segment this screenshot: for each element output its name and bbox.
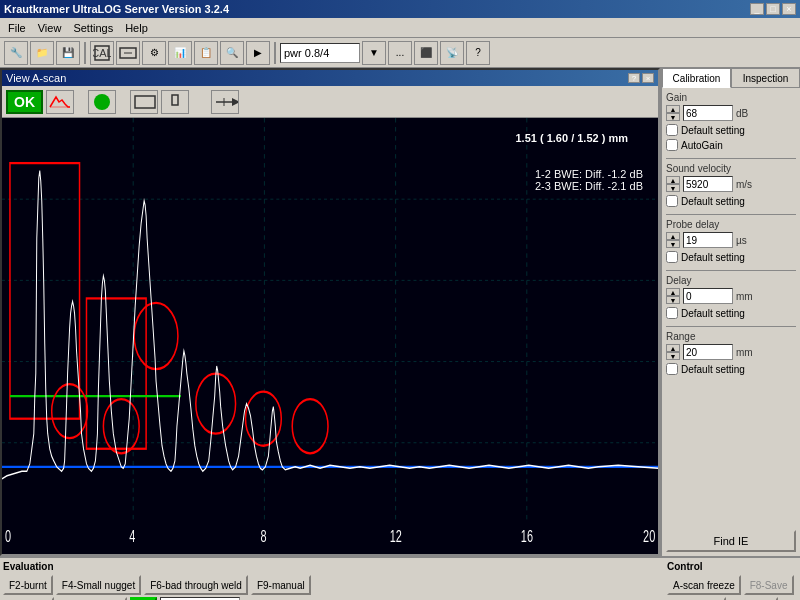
svg-rect-6	[135, 96, 155, 108]
green-circle-icon[interactable]	[88, 90, 116, 114]
toolbar-btn-12[interactable]: 📡	[440, 41, 464, 65]
pd-up-btn[interactable]: ▲	[666, 232, 680, 240]
toolbar-btn-dots[interactable]: ...	[388, 41, 412, 65]
ascan-panel: View A-scan ? × OK	[0, 68, 660, 556]
menu-view[interactable]: View	[32, 18, 68, 37]
tab-row: Calibration Inspection	[662, 68, 800, 88]
svg-text:8: 8	[260, 527, 266, 546]
f4-button[interactable]: F4-Small nugget	[56, 575, 141, 595]
arrow-icon[interactable]	[211, 90, 239, 114]
range-spinbox[interactable]: ▲ ▼	[666, 344, 680, 360]
pd-default-label: Default setting	[681, 252, 745, 263]
f9-button[interactable]: F9-manual	[251, 575, 311, 595]
ascan-help-btn[interactable]: ?	[628, 73, 640, 83]
pd-input[interactable]	[683, 232, 733, 248]
svg-marker-9	[232, 98, 238, 106]
f2-button[interactable]: F2-burnt	[3, 575, 53, 595]
menu-help[interactable]: Help	[119, 18, 154, 37]
svg-text:0: 0	[5, 527, 11, 546]
svg-text:16: 16	[521, 527, 533, 546]
app-title: Krautkramer UltraLOG Server Version 3.2.…	[4, 3, 229, 15]
menu-bar: File View Settings Help	[0, 18, 800, 38]
sep-1	[84, 42, 86, 64]
f8-save-button[interactable]: F8-Save	[744, 575, 794, 595]
sv-label: Sound velocity	[666, 163, 796, 174]
small-square-icon[interactable]	[161, 90, 189, 114]
gain-spinbox[interactable]: ▲ ▼	[666, 105, 680, 121]
svg-text:20: 20	[643, 527, 655, 546]
probe-delay-section: Probe delay ▲ ▼ µs Default setting	[662, 215, 800, 270]
delay-up-btn[interactable]: ▲	[666, 288, 680, 296]
chart-area: 1.51 ( 1.60 / 1.52 ) mm 1-2 BWE: Diff. -…	[2, 118, 658, 554]
find-ie-button[interactable]: Find IE	[666, 530, 796, 552]
toolbar-dropdown[interactable]: ▼	[362, 41, 386, 65]
eval-bar: Evaluation F2-burnt F4-Small nugget F6-b…	[0, 556, 800, 600]
toolbar-btn-10[interactable]: ▶	[246, 41, 270, 65]
ascan-title-bar: View A-scan ? ×	[2, 70, 658, 86]
sv-down-btn[interactable]: ▼	[666, 184, 680, 192]
svg-text:CAL: CAL	[93, 47, 111, 59]
control-title: Control	[667, 561, 797, 572]
tab-calibration[interactable]: Calibration	[662, 68, 731, 88]
pwr-input[interactable]	[280, 43, 360, 63]
ascan-close-btn[interactable]: ×	[642, 73, 654, 83]
status-ok-badge: OK	[6, 90, 43, 114]
menu-settings[interactable]: Settings	[67, 18, 119, 37]
toolbar-btn-5[interactable]	[116, 41, 140, 65]
toolbar-btn-4[interactable]: CAL	[90, 41, 114, 65]
toolbar-btn-3[interactable]: 💾	[56, 41, 80, 65]
sv-spinbox[interactable]: ▲ ▼	[666, 176, 680, 192]
menu-file[interactable]: File	[2, 18, 32, 37]
default-setting-label: Default setting	[681, 125, 745, 136]
delay-default-label: Default setting	[681, 308, 745, 319]
range-default-cb[interactable]	[666, 363, 678, 375]
delay-default-cb[interactable]	[666, 307, 678, 319]
svg-rect-7	[172, 95, 178, 105]
bwe-text: 1-2 BWE: Diff. -1.2 dB 2-3 BWE: Diff. -2…	[535, 168, 643, 192]
toolbar-btn-help[interactable]: ?	[466, 41, 490, 65]
gain-down-btn[interactable]: ▼	[666, 113, 680, 121]
delay-input[interactable]	[683, 288, 733, 304]
waveform-icon[interactable]	[46, 90, 74, 114]
tab-inspection[interactable]: Inspection	[731, 68, 800, 88]
sv-up-btn[interactable]: ▲	[666, 176, 680, 184]
svg-point-5	[94, 94, 110, 110]
minimize-button[interactable]: _	[750, 3, 764, 15]
bwe2-text: 2-3 BWE: Diff. -2.1 dB	[535, 180, 643, 192]
maximize-button[interactable]: □	[766, 3, 780, 15]
range-input[interactable]	[683, 344, 733, 360]
sv-input[interactable]	[683, 176, 733, 192]
gain-up-btn[interactable]: ▲	[666, 105, 680, 113]
pd-unit: µs	[736, 235, 747, 246]
toolbar-btn-2[interactable]: 📁	[30, 41, 54, 65]
pd-default-cb[interactable]	[666, 251, 678, 263]
autogain-cb[interactable]	[666, 139, 678, 151]
toolbar-btn-9[interactable]: 🔍	[220, 41, 244, 65]
toolbar-btn-6[interactable]: ⚙	[142, 41, 166, 65]
toolbar-btn-1[interactable]: 🔧	[4, 41, 28, 65]
toolbar-btn-7[interactable]: 📊	[168, 41, 192, 65]
range-label: Range	[666, 331, 796, 342]
range-down-btn[interactable]: ▼	[666, 352, 680, 360]
measurement-text: 1.51 ( 1.60 / 1.52 ) mm	[515, 126, 628, 147]
delay-label: Delay	[666, 275, 796, 286]
ascan-freeze-button[interactable]: A-scan freeze	[667, 575, 741, 595]
close-button[interactable]: ×	[782, 3, 796, 15]
delay-spinbox[interactable]: ▲ ▼	[666, 288, 680, 304]
range-up-btn[interactable]: ▲	[666, 344, 680, 352]
pd-down-btn[interactable]: ▼	[666, 240, 680, 248]
svg-text:12: 12	[390, 527, 402, 546]
rectangle-icon[interactable]	[130, 90, 158, 114]
delay-unit: mm	[736, 291, 753, 302]
bwe1-text: 1-2 BWE: Diff. -1.2 dB	[535, 168, 643, 180]
delay-section: Delay ▲ ▼ mm Default setting	[662, 271, 800, 326]
pd-spinbox[interactable]: ▲ ▼	[666, 232, 680, 248]
delay-down-btn[interactable]: ▼	[666, 296, 680, 304]
sv-default-cb[interactable]	[666, 195, 678, 207]
toolbar-btn-8[interactable]: 📋	[194, 41, 218, 65]
f6-button[interactable]: F6-bad through weld	[144, 575, 248, 595]
gain-input[interactable]	[683, 105, 733, 121]
sv-unit: m/s	[736, 179, 752, 190]
default-setting-cb[interactable]	[666, 124, 678, 136]
toolbar-btn-11[interactable]: ⬛	[414, 41, 438, 65]
